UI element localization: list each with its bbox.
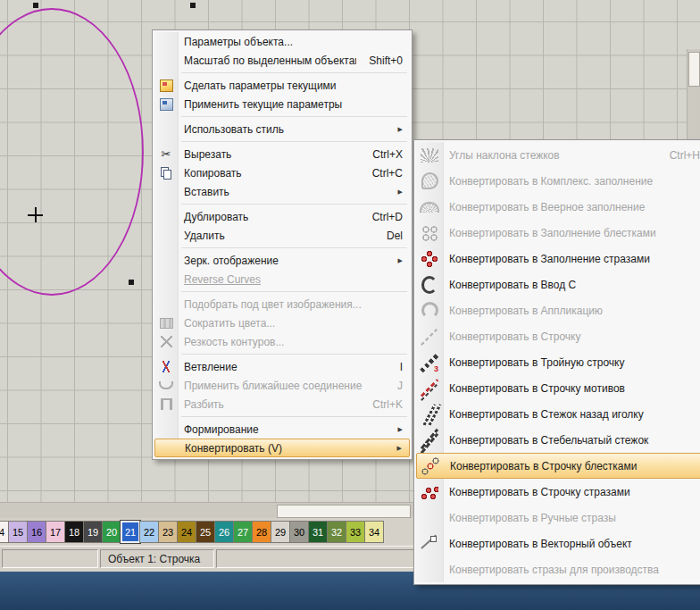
palette-swatch[interactable]: 25 [196, 521, 215, 543]
menu-item-label: Конвертировать в Стежок назад иголку [443, 408, 700, 421]
menu-item-to-applique[interactable]: Конвертировать в Аппликацию [416, 297, 700, 323]
menu-item-label: Конвертировать в Заполнение стразами [443, 253, 700, 265]
palette-swatch[interactable]: 20 [102, 521, 121, 543]
menu-item-label: Конвертировать в Строчку блестками [444, 460, 699, 472]
complex-fill-icon [421, 172, 438, 189]
menu-item-shaping[interactable]: Формирование [154, 420, 410, 439]
menu-item-to-fan-fill[interactable]: Конвертировать в Веерное заполнение [416, 194, 700, 220]
menu-item-label: Конвертировать (V) [179, 442, 390, 455]
selection-handle[interactable] [190, 3, 196, 8]
menu-item-to-sequin-run[interactable]: Конвертировать в Строчку блестками [416, 453, 700, 479]
menu-item-reverse-curves[interactable]: Reverse Curves [154, 270, 410, 288]
menu-item-to-rhinestone-fill[interactable]: Конвертировать в Заполнение стразами [416, 246, 700, 272]
menu-item-to-sequin-fill[interactable]: Конвертировать в Заполнение блестками [416, 220, 700, 246]
motif-stitch-icon [416, 380, 443, 397]
palette-swatch[interactable]: 16 [27, 521, 46, 543]
make-params-icon [154, 79, 178, 92]
menu-item-split[interactable]: РазбитьCtrl+K [154, 395, 410, 414]
menu-item-label: Параметры объекта... [178, 36, 403, 48]
menu-item-duplicate[interactable]: ДублироватьCtrl+D [154, 207, 410, 226]
menu-separator [181, 72, 407, 73]
selection-handle[interactable] [33, 3, 38, 8]
menu-item-to-run-stitch[interactable]: Конвертировать в Строчку [416, 323, 700, 349]
menu-item-to-stem-stitch[interactable]: Конвертировать в Стебельчатый стежок [416, 427, 700, 453]
menu-item-mirror[interactable]: Зерк. отображение [154, 251, 410, 270]
menu-item-sharpen-contours[interactable]: Резкость контуров... [154, 332, 410, 351]
palette-swatch[interactable]: 22 [139, 521, 159, 543]
palette-swatch[interactable]: 33 [346, 521, 365, 543]
menu-item-to-triple-stitch[interactable]: Конвертировать в Тройную строчку [416, 349, 700, 375]
context-menu: Параметры объекта...Масштаб по выделенны… [152, 29, 412, 460]
backstitch-icon [416, 405, 443, 423]
palette-swatch[interactable]: 32 [327, 521, 346, 543]
swatch-number: 17 [50, 527, 61, 538]
menu-item-use-style[interactable]: Использовать стиль [154, 120, 410, 138]
convert-submenu-items: Углы наклона стежковCtrl+HКонвертировать… [416, 142, 700, 582]
selection-handle[interactable] [129, 280, 134, 285]
palette-swatches: 1415161718192021222324252627282930313233… [0, 521, 384, 543]
menu-item-object-parameters[interactable]: Параметры объекта... [154, 32, 410, 51]
input-c-icon [416, 276, 443, 294]
menu-item-delete[interactable]: УдалитьDel [154, 226, 410, 245]
sequin-run-icon [421, 457, 439, 475]
fan-fill-icon [416, 202, 443, 213]
horizontal-scrollbar-thumb[interactable] [277, 505, 411, 518]
palette-swatch[interactable]: 27 [233, 521, 253, 543]
palette-swatch[interactable]: 30 [289, 521, 309, 543]
menu-item-label: Конвертировать в Стебельчатый стежок [443, 434, 700, 447]
menu-item-make-parameters-current[interactable]: Сделать параметры текущими [154, 76, 410, 95]
palette-swatch[interactable]: 26 [214, 521, 234, 543]
menu-item-to-rhinestone-run[interactable]: Конвертировать в Строчку стразами [416, 479, 700, 505]
menu-separator [181, 354, 407, 355]
run-stitch-icon [416, 328, 443, 346]
menu-item-paste[interactable]: Вставить [154, 182, 410, 201]
palette-swatch[interactable]: 15 [8, 521, 28, 543]
palette-swatch[interactable]: 21 [121, 521, 140, 543]
menu-item-to-motif-stitch[interactable]: Конвертировать в Строчку мотивов [416, 375, 700, 401]
menu-item-to-input-c[interactable]: Конвертировать в Ввод С [416, 272, 700, 297]
menu-item-shortcut: Ctrl+C [372, 167, 403, 180]
menu-item-match-image-colors[interactable]: Подобрать под цвет изображения... [154, 295, 410, 313]
menu-item-label: Конвертировать в Заполнение блестками [443, 227, 700, 239]
palette-swatch[interactable]: 17 [46, 521, 65, 543]
menu-item-reduce-colors[interactable]: Сократить цвета... [154, 313, 410, 332]
menu-item-shortcut: Ctrl+X [372, 148, 403, 161]
menu-item-zoom-to-selected[interactable]: Масштаб по выделенным объектамShift+0 [154, 51, 410, 70]
palette-swatch[interactable]: 29 [271, 521, 290, 543]
menu-item-apply-nearest-join[interactable]: Применить ближайшее соединениеJ [154, 376, 410, 395]
palette-swatch[interactable]: 19 [83, 521, 103, 543]
menu-item-rhinestones-for-production[interactable]: Конвертировать стразы для производства [416, 556, 700, 582]
palette-swatch[interactable]: 24 [177, 521, 196, 543]
input-c-icon [421, 276, 438, 294]
swatch-number: 24 [181, 527, 192, 538]
rhinestone-fill-icon [421, 250, 438, 268]
menu-item-label: Конвертировать в Ручные стразы [443, 512, 700, 524]
menu-item-apply-current-parameters[interactable]: Применить текущие параметры [154, 95, 410, 113]
backstitch-icon [421, 405, 438, 423]
palette-swatch[interactable]: 31 [308, 521, 328, 543]
menu-item-stitch-angles[interactable]: Углы наклона стежковCtrl+H [416, 142, 700, 168]
palette-swatch[interactable]: 23 [158, 521, 178, 543]
menu-item-to-vector-object[interactable]: Конвертировать в Векторный объект [416, 531, 700, 556]
menu-item-to-manual-rhinestones[interactable]: Конвертировать в Ручные стразы [416, 505, 700, 531]
menu-item-copy[interactable]: КопироватьCtrl+C [154, 163, 410, 182]
menu-item-label: Разбить [178, 398, 360, 411]
menu-item-shortcut: Del [387, 230, 403, 242]
menu-item-label: Углы наклона стежков [443, 149, 657, 162]
split-icon [161, 398, 172, 410]
menu-item-cut[interactable]: ВырезатьCtrl+X [154, 145, 410, 163]
menu-item-shortcut: J [397, 380, 403, 392]
vertical-scrollbar-thumb[interactable] [688, 52, 700, 87]
context-menu-items: Параметры объекта...Масштаб по выделенны… [154, 32, 410, 457]
palette-swatch[interactable]: 34 [364, 521, 384, 543]
menu-item-to-backstitch[interactable]: Конвертировать в Стежок назад иголку [416, 401, 700, 427]
design-ellipse[interactable] [0, 9, 143, 295]
stem-stitch-icon [421, 431, 438, 449]
menu-item-branching[interactable]: ВетвлениеI [154, 357, 410, 376]
menu-item-label: Сократить цвета... [178, 317, 403, 330]
status-object-info: Объект 1: Строчка [100, 549, 214, 568]
palette-swatch[interactable]: 28 [252, 521, 271, 543]
menu-item-to-complex-fill[interactable]: Конвертировать в Комплекс. заполнение [416, 168, 700, 194]
palette-swatch[interactable]: 18 [64, 521, 84, 543]
menu-item-convert[interactable]: Конвертировать (V) [154, 439, 410, 457]
